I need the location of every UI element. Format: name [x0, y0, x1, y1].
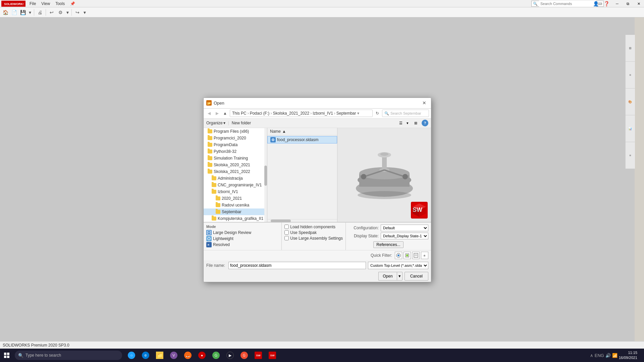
nav-item-skolska2020[interactable]: Skolska_2020_2021: [204, 162, 267, 168]
view-arrow-btn[interactable]: ▾: [404, 120, 411, 126]
taskbar-notification-icon[interactable]: ∧: [590, 353, 593, 358]
nav-scrollbar-thumb[interactable]: [264, 166, 267, 186]
redo-btn[interactable]: ↪: [73, 8, 82, 16]
user-icon[interactable]: 👤: [590, 0, 601, 7]
start-button[interactable]: [0, 349, 13, 362]
nav-item-cnc[interactable]: CNC_programiranje_IV1: [204, 182, 267, 188]
references-button[interactable]: References...: [373, 241, 403, 248]
menu-tools[interactable]: Tools: [53, 1, 67, 7]
check-speedpak[interactable]: Use Speedpak: [284, 230, 343, 235]
right-tab-4[interactable]: 📊: [626, 115, 635, 142]
refresh-button[interactable]: ↻: [374, 110, 381, 117]
settings-arrow[interactable]: ▾: [65, 8, 70, 16]
filter-btn-1[interactable]: [395, 252, 402, 259]
undo-btn[interactable]: ↩: [48, 8, 56, 16]
address-path[interactable]: This PC › Podaci (F:) › Skolska_2021_202…: [230, 110, 373, 117]
new-btn[interactable]: 📄: [10, 8, 18, 16]
search-box[interactable]: 🔍 Search Septembar: [382, 110, 429, 117]
right-tab-5[interactable]: ≡: [626, 142, 635, 169]
right-tab-2[interactable]: ≡: [626, 62, 635, 88]
nav-item-program-files[interactable]: Program Files (x86): [204, 128, 267, 135]
taskbar-icon-git[interactable]: G: [237, 349, 251, 362]
help-icon[interactable]: ❓: [601, 0, 612, 7]
nav-item-administracija[interactable]: Administracija: [204, 175, 267, 182]
h-scrollbar-thumb[interactable]: [271, 220, 291, 222]
taskbar-icon-media[interactable]: ▶: [223, 349, 237, 362]
mode-large-design[interactable]: Large Design Review: [206, 230, 279, 235]
filter-btn-3[interactable]: [412, 252, 420, 259]
taskbar-icon-explorer[interactable]: 📁: [153, 349, 166, 362]
menu-view[interactable]: View: [39, 1, 53, 7]
open-arrow-button[interactable]: ▾: [397, 272, 402, 281]
right-tab-1[interactable]: ⊞: [626, 35, 635, 62]
status-text: SOLIDWORKS Premium 2020 SP3.0: [3, 343, 69, 348]
save-arrow[interactable]: ▾: [28, 8, 32, 16]
minimize-button[interactable]: ─: [612, 0, 623, 7]
nav-item-radovi[interactable]: Radovi ucenika: [204, 202, 267, 208]
check-load-hidden-input[interactable]: [284, 225, 289, 229]
nav-item-septembar[interactable]: Septembar: [204, 208, 267, 215]
rebuild-arrow[interactable]: ▾: [82, 8, 87, 16]
check-large-asm[interactable]: Use Large Assembly Settings: [284, 236, 343, 241]
taskbar-icon-sw2[interactable]: SW: [266, 349, 279, 362]
nav-item-izborni[interactable]: Izborni_IV1: [204, 188, 267, 195]
config-display-select[interactable]: Default_Display State-1: [381, 233, 428, 239]
dialog-close-button[interactable]: ✕: [420, 99, 428, 107]
nav-item-skolska2021[interactable]: Skolska_2021_2022: [204, 168, 267, 175]
col-name[interactable]: Name ▲: [270, 129, 334, 134]
print-btn[interactable]: 🖨: [36, 8, 44, 16]
nav-item-kompjuterska[interactable]: Kompjuterska_grafika_II1: [204, 215, 267, 222]
taskbar-lang[interactable]: ENG: [595, 353, 604, 358]
horizontal-scrollbar[interactable]: [267, 219, 337, 222]
taskbar-time-area[interactable]: 11:15 16/09/2021: [619, 350, 637, 361]
open-button[interactable]: Open: [378, 272, 396, 281]
menu-pin[interactable]: 📌: [67, 1, 78, 7]
check-speedpak-input[interactable]: [284, 230, 289, 235]
taskbar-search[interactable]: 🔍 Type here to search: [15, 351, 122, 360]
back-button[interactable]: ◀: [206, 110, 212, 117]
cancel-button[interactable]: Cancel: [405, 272, 428, 281]
up-button[interactable]: ▲: [222, 110, 228, 117]
nav-item-simulation[interactable]: Simulation Training: [204, 155, 267, 162]
config-config-select[interactable]: Default: [381, 225, 428, 231]
nav-item-programcici[interactable]: Programcici_2020: [204, 135, 267, 141]
nav-item-programdata[interactable]: ProgramData: [204, 141, 267, 148]
taskbar-icon-firefox[interactable]: 🦊: [181, 349, 195, 362]
nav-item-2020[interactable]: 2020_2021: [204, 195, 267, 202]
taskbar-icon-app1[interactable]: ●: [195, 349, 209, 362]
taskbar-icon-edge[interactable]: e: [139, 349, 152, 362]
taskbar-network[interactable]: 📶: [612, 353, 618, 358]
filetype-select[interactable]: Custom Top-Level (*.asm;*.slda: [368, 262, 428, 269]
taskbar-icon-chrome[interactable]: G: [209, 349, 223, 362]
mode-resolved[interactable]: R Resolved: [206, 242, 279, 247]
help-button[interactable]: ?: [422, 120, 428, 126]
organize-button[interactable]: Organize ▾: [206, 121, 225, 125]
new-folder-button[interactable]: New folder: [232, 121, 251, 125]
view-list-btn[interactable]: ☰: [397, 120, 404, 126]
save-btn[interactable]: 💾: [19, 8, 27, 16]
menu-file[interactable]: File: [27, 1, 39, 7]
right-tab-3[interactable]: 🎨: [626, 88, 635, 115]
file-item-food-processor[interactable]: food_processor.sldasm: [267, 136, 337, 143]
close-button[interactable]: ✕: [633, 0, 644, 7]
taskbar-volume[interactable]: 🔊: [605, 353, 611, 358]
search-commands-input[interactable]: [539, 1, 596, 7]
filter-btn-2[interactable]: [404, 252, 411, 259]
settings-btn[interactable]: ⚙: [56, 8, 64, 16]
check-load-hidden[interactable]: Load hidden components: [284, 225, 343, 229]
filter-btn-4[interactable]: ★: [421, 252, 428, 259]
home-btn[interactable]: 🏠: [1, 8, 9, 16]
filename-input[interactable]: [228, 262, 366, 269]
forward-button[interactable]: ▶: [214, 110, 220, 117]
view-tiles-btn[interactable]: ⊞: [412, 120, 419, 126]
nav-scrollbar[interactable]: [264, 128, 267, 222]
nav-item-python[interactable]: Python38-32: [204, 148, 267, 155]
check-large-asm-input[interactable]: [284, 236, 289, 240]
taskbar-icon-viber[interactable]: V: [167, 349, 180, 362]
taskbar-icon-sw[interactable]: SW: [252, 349, 265, 362]
restore-button[interactable]: ⧉: [623, 0, 633, 7]
search-commands-icon: 🔍: [533, 2, 538, 6]
mode-lightweight[interactable]: Lightweight: [206, 236, 279, 241]
taskbar-icon-cortana[interactable]: ○: [125, 349, 138, 362]
separator4: ›: [334, 111, 335, 116]
